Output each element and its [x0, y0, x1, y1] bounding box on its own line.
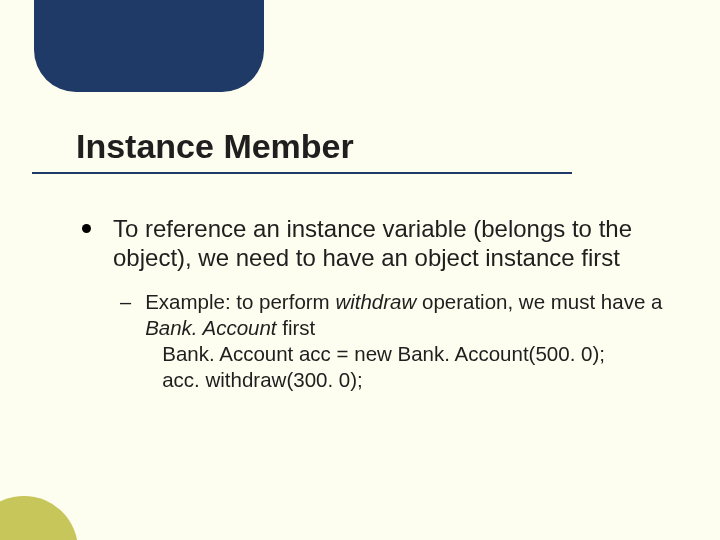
sub-text-part: Example: to perform [145, 290, 335, 313]
sub-text-part: first [277, 316, 316, 339]
slide-title: Instance Member [76, 127, 354, 166]
bullet-dot-icon [82, 224, 91, 233]
title-underline [32, 172, 572, 174]
sub-bullet-item: – Example: to perform withdraw operation… [120, 289, 664, 394]
decorative-olive-circle [0, 496, 78, 540]
sub-text-part: operation, we must have a [416, 290, 662, 313]
dash-icon: – [120, 290, 131, 314]
slide: Instance Member To reference an instance… [0, 0, 720, 540]
code-line: Bank. Account acc = new Bank. Account(50… [162, 342, 605, 365]
bullet-item: To reference an instance variable (belon… [82, 214, 664, 273]
bullet-text: To reference an instance variable (belon… [113, 214, 664, 273]
decorative-navy-tab [34, 0, 264, 92]
withdraw-italic: withdraw [335, 290, 416, 313]
sub-bullet-text: Example: to perform withdraw operation, … [145, 289, 664, 394]
bankaccount-italic: Bank. Account [145, 316, 276, 339]
body-content: To reference an instance variable (belon… [82, 214, 664, 393]
code-line: acc. withdraw(300. 0); [162, 368, 363, 391]
